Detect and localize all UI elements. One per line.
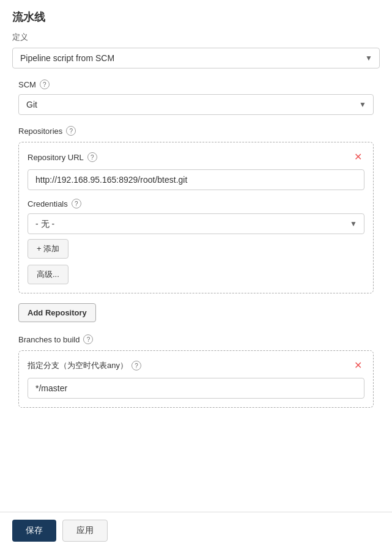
repo-card-header: Repository URL ? ✕: [28, 151, 364, 163]
branches-help-icon[interactable]: ?: [83, 334, 93, 344]
repo-url-label: Repository URL: [28, 153, 84, 162]
scm-select[interactable]: Git: [18, 94, 374, 115]
repositories-help-icon[interactable]: ?: [66, 126, 76, 136]
repo-url-label-row: Repository URL ?: [28, 152, 97, 162]
credentials-help-icon[interactable]: ?: [72, 199, 81, 208]
branch-specifier-label: 指定分支（为空时代表any）: [28, 360, 128, 371]
bottom-bar: 保存 应用: [0, 512, 392, 549]
definition-label: 定义: [12, 32, 380, 43]
repositories-section: Repositories ? Repository URL ? ✕: [18, 126, 374, 332]
branch-specifier-input[interactable]: [28, 378, 364, 399]
repo-close-button[interactable]: ✕: [352, 151, 364, 163]
credentials-section: Credentials ? - 无 - ▼ + 添加: [28, 199, 364, 259]
page-title: 流水线: [12, 10, 380, 24]
branches-section: Branches to build ? 指定分支（为空时代表any） ? ✕: [18, 334, 374, 408]
branch-specifier-help-icon[interactable]: ?: [131, 361, 141, 370]
repositories-label: Repositories: [18, 127, 62, 136]
add-credentials-button-label: + 添加: [37, 243, 59, 254]
definition-select-wrapper: Pipeline script from SCM ▼: [12, 48, 380, 68]
branch-close-button[interactable]: ✕: [352, 359, 364, 372]
save-button[interactable]: 保存: [12, 520, 56, 542]
add-credentials-button[interactable]: + 添加: [28, 239, 68, 259]
branches-label: Branches to build: [18, 335, 80, 344]
apply-button[interactable]: 应用: [62, 520, 108, 542]
branch-card: 指定分支（为空时代表any） ? ✕: [18, 350, 374, 408]
add-repository-button[interactable]: Add Repository: [18, 303, 96, 322]
advanced-button-label: 高级...: [37, 269, 59, 280]
add-repository-button-label: Add Repository: [28, 308, 87, 317]
repo-url-input[interactable]: [28, 169, 364, 190]
credentials-select[interactable]: - 无 -: [28, 213, 364, 234]
credentials-select-wrapper: - 无 - ▼: [28, 213, 364, 234]
definition-select[interactable]: Pipeline script from SCM: [12, 48, 380, 68]
credentials-label: Credentials: [28, 199, 68, 208]
scm-label: SCM: [18, 80, 36, 89]
repo-url-help-icon[interactable]: ?: [87, 152, 97, 162]
branch-label-row: 指定分支（为空时代表any） ?: [28, 360, 141, 371]
scm-section: SCM ? Git ▼ Repositories ? Repository UR…: [12, 79, 380, 408]
branch-card-header: 指定分支（为空时代表any） ? ✕: [28, 359, 364, 372]
advanced-button[interactable]: 高级...: [28, 265, 68, 284]
scm-help-icon[interactable]: ?: [40, 79, 50, 89]
repository-card: Repository URL ? ✕ Credentials ?: [18, 142, 374, 293]
scm-select-wrapper: Git ▼: [18, 94, 374, 115]
